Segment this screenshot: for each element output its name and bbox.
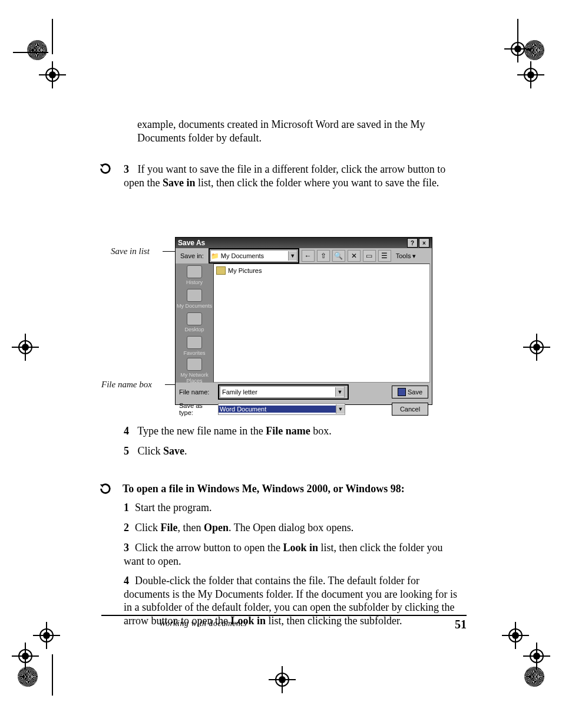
continue-arrow-icon [99,482,112,495]
save-in-highlight: 📁 My Documents ▼ [209,248,299,263]
save-as-dialog: Save As ? × Save in: 📁 My Documents ▼ ← … [175,237,432,405]
continue-arrow-icon [99,162,112,175]
step-4: 4 Type the new file name in the File nam… [124,424,465,438]
running-header: Working with documents [159,619,247,628]
file-name-label: File name: [179,388,214,396]
callout-save-in: Save in list [111,246,150,256]
folder-icon [216,266,226,275]
delete-icon[interactable]: ✕ [348,250,361,262]
list-item[interactable]: My Pictures [216,266,427,275]
place-my-documents[interactable]: My Documents [176,287,213,311]
open-step-1: 1Start the program. [124,501,465,515]
step-3: 3 If you want to save the file in a diff… [124,163,465,189]
file-name-input[interactable]: Family letter ▼ [220,386,345,398]
callout-file-name: File name box [101,380,152,390]
place-favorites[interactable]: Favorites [176,334,213,358]
page-number: 51 [455,618,467,631]
save-in-combo[interactable]: 📁 My Documents ▼ [210,250,297,262]
back-icon[interactable]: ← [302,250,315,262]
cancel-button[interactable]: Cancel [392,403,428,416]
section-heading: To open a file in Windows Me, Windows 20… [123,482,470,496]
save-in-label: Save in: [178,252,206,259]
footer-rule [101,615,467,616]
search-web-icon[interactable]: 🔍 [332,250,345,262]
views-icon[interactable]: ☰ [378,250,391,262]
save-button[interactable]: Save [392,386,428,398]
place-desktop[interactable]: Desktop [176,311,213,334]
places-bar: History My Documents Desktop Favorites M… [176,263,213,383]
paragraph-intro: example, documents created in Microsoft … [137,118,465,144]
dialog-title: Save As [178,239,205,247]
disk-icon [398,388,406,396]
save-as-type-combo[interactable]: Word Document ▼ [218,403,345,415]
chevron-down-icon[interactable]: ▼ [335,387,344,397]
chevron-down-icon[interactable]: ▼ [336,404,345,414]
titlebar[interactable]: Save As ? × [176,238,432,248]
open-step-2: 2Click File, then Open. The Open dialog … [124,521,465,535]
chevron-down-icon[interactable]: ▼ [288,251,297,261]
file-name-highlight: Family letter ▼ [218,384,349,400]
new-folder-icon[interactable]: ▭ [363,250,376,262]
folder-icon: 📁 [211,252,219,260]
help-button[interactable]: ? [407,238,418,248]
place-network[interactable]: My Network Places [176,358,213,384]
up-one-level-icon[interactable]: ⇧ [317,250,330,262]
open-step-3: 3Click the arrow button to open the Look… [124,541,465,568]
tools-menu[interactable]: Tools ▾ [394,252,419,260]
file-list[interactable]: My Pictures [213,263,430,383]
place-history[interactable]: History [176,263,213,287]
step-5: 5 Click Save. [124,444,465,458]
save-as-type-label: Save as type: [179,402,214,416]
close-button[interactable]: × [419,238,429,248]
